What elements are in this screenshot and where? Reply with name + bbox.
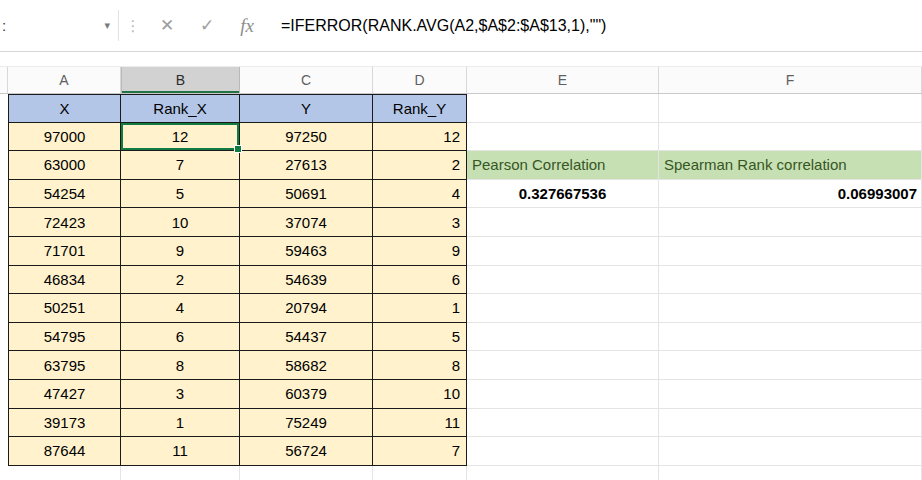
cell-e[interactable] (467, 437, 659, 466)
table-header-cell[interactable]: Y (240, 94, 373, 123)
data-cell[interactable]: 12 (373, 123, 467, 152)
cell-f[interactable] (659, 237, 922, 266)
column-header-C[interactable]: C (240, 67, 373, 93)
empty-cell[interactable] (240, 466, 373, 480)
data-cell[interactable]: 4 (373, 180, 467, 209)
cell-f[interactable] (659, 266, 922, 295)
column-header-A[interactable]: A (8, 67, 121, 93)
cell-e[interactable] (467, 351, 659, 380)
data-cell[interactable]: 47427 (8, 380, 121, 409)
cell-f[interactable] (659, 380, 922, 409)
data-cell[interactable]: 75249 (240, 409, 373, 438)
cell-f[interactable] (659, 466, 922, 480)
data-cell[interactable]: 2 (121, 266, 240, 295)
data-cell[interactable]: 3 (373, 208, 467, 237)
name-box[interactable]: : ▾ (0, 0, 118, 51)
data-cell[interactable]: 6 (373, 266, 467, 295)
data-cell[interactable]: 7 (373, 437, 467, 466)
row-margin (0, 294, 8, 323)
cell-f[interactable] (659, 323, 922, 352)
cell-f[interactable] (659, 351, 922, 380)
cell-e[interactable] (467, 123, 659, 152)
spearman-label[interactable]: Spearman Rank correlation (659, 151, 922, 180)
cell-f[interactable] (659, 123, 922, 152)
data-cell[interactable]: 1 (373, 294, 467, 323)
formula-input[interactable]: =IFERROR(RANK.AVG(A2,$A$2:$A$13,1),"") (267, 0, 922, 51)
cell-e[interactable] (467, 380, 659, 409)
cell-e[interactable] (467, 266, 659, 295)
cell-f[interactable] (659, 437, 922, 466)
data-cell[interactable]: 59463 (240, 237, 373, 266)
cancel-icon[interactable]: ✕ (147, 0, 187, 51)
data-cell[interactable]: 11 (373, 409, 467, 438)
cell-e[interactable] (467, 208, 659, 237)
cell-e[interactable] (467, 294, 659, 323)
data-cell[interactable]: 12 (121, 123, 240, 152)
empty-cell[interactable] (373, 466, 467, 480)
cell-f[interactable] (659, 94, 922, 123)
data-cell[interactable]: 6 (121, 323, 240, 352)
name-box-dropdown-icon[interactable]: ▾ (104, 19, 110, 32)
data-cell[interactable]: 9 (121, 237, 240, 266)
data-cell[interactable]: 56724 (240, 437, 373, 466)
cell-e[interactable] (467, 323, 659, 352)
data-cell[interactable]: 10 (121, 208, 240, 237)
data-cell[interactable]: 54254 (8, 180, 121, 209)
data-cell[interactable]: 63795 (8, 351, 121, 380)
insert-function-icon[interactable]: fx (227, 0, 267, 51)
data-cell[interactable]: 97000 (8, 123, 121, 152)
data-cell[interactable]: 39173 (8, 409, 121, 438)
column-header-F[interactable]: F (659, 67, 922, 93)
data-cell[interactable]: 37074 (240, 208, 373, 237)
cell-f[interactable] (659, 409, 922, 438)
row-margin (0, 409, 8, 438)
data-cell[interactable]: 54795 (8, 323, 121, 352)
data-cell[interactable]: 97250 (240, 123, 373, 152)
cell-e[interactable] (467, 237, 659, 266)
enter-icon[interactable]: ✓ (187, 0, 227, 51)
table-header-cell[interactable]: Rank_X (121, 94, 240, 123)
data-cell[interactable]: 60379 (240, 380, 373, 409)
data-cell[interactable]: 50251 (8, 294, 121, 323)
data-cell[interactable]: 10 (373, 380, 467, 409)
data-cell[interactable]: 46834 (8, 266, 121, 295)
spearman-value[interactable]: 0.06993007 (659, 180, 922, 209)
corner-cell[interactable] (0, 67, 8, 93)
empty-cell[interactable] (8, 466, 121, 480)
cell-e[interactable] (467, 409, 659, 438)
data-cell[interactable]: 50691 (240, 180, 373, 209)
data-cell[interactable]: 4 (121, 294, 240, 323)
data-cell[interactable]: 7 (121, 151, 240, 180)
data-cell[interactable]: 71701 (8, 237, 121, 266)
data-cell[interactable]: 1 (121, 409, 240, 438)
data-cell[interactable]: 58682 (240, 351, 373, 380)
data-cell[interactable]: 11 (121, 437, 240, 466)
data-cell[interactable]: 20794 (240, 294, 373, 323)
cell-e[interactable] (467, 466, 659, 480)
pearson-value[interactable]: 0.327667536 (467, 180, 659, 209)
sheet-row: 7242310370743 (0, 208, 922, 237)
data-cell[interactable]: 63000 (8, 151, 121, 180)
column-header-B[interactable]: B (121, 67, 240, 93)
data-cell[interactable]: 8 (373, 351, 467, 380)
table-header-cell[interactable]: X (8, 94, 121, 123)
data-cell[interactable]: 54437 (240, 323, 373, 352)
data-cell[interactable]: 87644 (8, 437, 121, 466)
data-cell[interactable]: 3 (121, 380, 240, 409)
data-cell[interactable]: 5 (121, 180, 240, 209)
column-header-D[interactable]: D (373, 67, 467, 93)
data-cell[interactable]: 72423 (8, 208, 121, 237)
column-header-E[interactable]: E (467, 67, 659, 93)
data-cell[interactable]: 54639 (240, 266, 373, 295)
data-cell[interactable]: 27613 (240, 151, 373, 180)
data-cell[interactable]: 9 (373, 237, 467, 266)
data-cell[interactable]: 2 (373, 151, 467, 180)
table-header-cell[interactable]: Rank_Y (373, 94, 467, 123)
cell-f[interactable] (659, 294, 922, 323)
cell-e[interactable] (467, 94, 659, 123)
empty-cell[interactable] (121, 466, 240, 480)
data-cell[interactable]: 5 (373, 323, 467, 352)
data-cell[interactable]: 8 (121, 351, 240, 380)
pearson-label[interactable]: Pearson Correlation (467, 151, 659, 180)
cell-f[interactable] (659, 208, 922, 237)
